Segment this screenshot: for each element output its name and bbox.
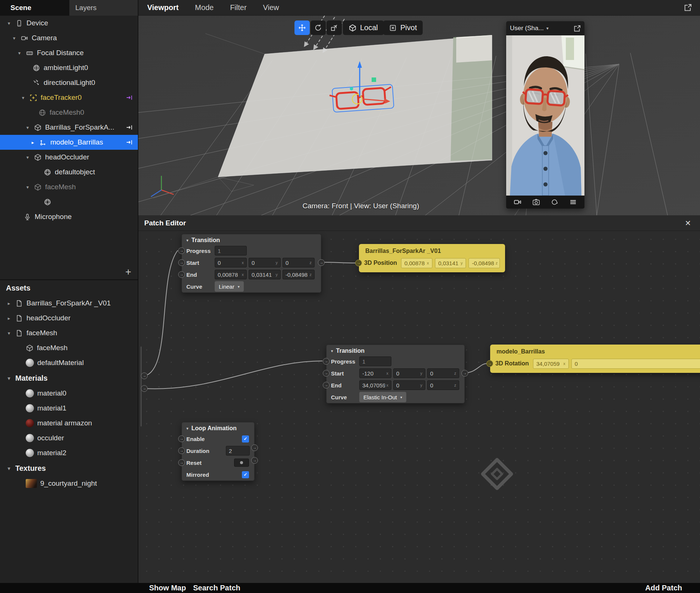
start-x-input[interactable]: -120x	[359, 368, 391, 378]
move-tool-button[interactable]	[294, 20, 310, 35]
start-y-input[interactable]: 0y	[249, 258, 281, 267]
position-in-port[interactable]: →	[355, 260, 362, 266]
3d-viewport[interactable]: Local Pivot Camera: Front | View: User (…	[138, 16, 700, 215]
duration-in-port[interactable]: →	[178, 447, 185, 454]
tab-layers[interactable]: Layers	[69, 0, 138, 16]
end-z-input[interactable]: -0,08498z	[283, 270, 315, 279]
material-item[interactable]: material0	[0, 386, 138, 401]
show-map-button[interactable]: Show Map	[149, 584, 186, 592]
progress-input[interactable]: 1	[359, 356, 391, 366]
sidebar-item-facemesh0[interactable]: faceMesh0	[0, 105, 138, 120]
duration-input[interactable]: 2	[226, 446, 250, 456]
end-x-input[interactable]: 34,07059x	[359, 380, 391, 390]
rotation-x-input[interactable]: 34,07059x	[533, 359, 569, 369]
patch-node-loop-animation[interactable]: ▾ Loop Animation Enable ✓ Duration 2 Res…	[182, 422, 255, 481]
sidebar-item-modelo-barrillas[interactable]: ▸ modelo_Barrillas	[0, 135, 138, 150]
pop-out-viewport-icon[interactable]	[684, 4, 692, 13]
chevron-right-icon[interactable]: ▸	[6, 301, 12, 306]
menu-filter[interactable]: Filter	[230, 3, 246, 12]
rotation-in-port[interactable]: →	[486, 360, 493, 367]
pivot-button[interactable]: Pivot	[383, 20, 423, 35]
start-z-input[interactable]: 0z	[283, 258, 315, 267]
asset-item-defaultmaterial[interactable]: defaultMaterial	[0, 355, 138, 370]
chevron-down-icon[interactable]: ▾	[186, 426, 189, 431]
curve-select[interactable]: Linear▾	[215, 281, 244, 292]
material-item[interactable]: material2	[0, 445, 138, 460]
chevron-down-icon[interactable]: ▾	[25, 155, 31, 160]
restart-simulation-icon[interactable]	[551, 198, 558, 206]
chevron-down-icon[interactable]: ▾	[6, 20, 12, 26]
value-out-port[interactable]: →	[461, 370, 468, 377]
chevron-right-icon[interactable]: ▸	[6, 315, 12, 321]
simulator-device-select[interactable]: User (Sha...	[510, 25, 544, 32]
asset-item-barrillas[interactable]: ▸ Barrillas_ForSparkAr _V01	[0, 296, 138, 311]
patch-node-transition-2[interactable]: ▾ Transition Progress 1 Start -120x 0y 0…	[326, 345, 465, 403]
asset-item-facemesh[interactable]: ▾ faceMesh	[0, 326, 138, 340]
incoming-port[interactable]: →	[141, 372, 148, 379]
asset-item-headoccluder[interactable]: ▸ headOccluder	[0, 311, 138, 326]
sidebar-item-device[interactable]: ▾ Device	[0, 16, 138, 31]
rotate-tool-button[interactable]	[310, 20, 326, 35]
menu-view[interactable]: View	[263, 3, 279, 12]
sidebar-item-facetracker[interactable]: ▾ faceTracker0	[0, 90, 138, 105]
curve-select[interactable]: Elastic In-Out▾	[359, 392, 406, 402]
position-y-input[interactable]: 0,03141y	[435, 258, 466, 268]
search-patch-button[interactable]: Search Patch	[193, 584, 240, 592]
start-in-port[interactable]: →	[178, 259, 185, 266]
reset-in-port[interactable]: →	[178, 459, 185, 466]
tab-scene[interactable]: Scene	[0, 0, 69, 16]
cycle-out-port[interactable]: →	[251, 457, 258, 464]
chevron-down-icon[interactable]: ▾	[25, 125, 31, 130]
texture-item[interactable]: 9_courtyard_night	[0, 476, 138, 491]
video-camera-icon[interactable]	[514, 198, 521, 206]
sidebar-item-barrillas[interactable]: ▾ Barrillas_ForSparkA...	[0, 120, 138, 135]
reset-pulse-button[interactable]	[234, 459, 249, 467]
position-x-input[interactable]: 0,00878x	[401, 258, 432, 268]
progress-input[interactable]: 1	[215, 246, 247, 256]
start-x-input[interactable]: 0x	[215, 258, 247, 267]
end-z-input[interactable]: 0z	[427, 380, 459, 390]
chevron-down-icon[interactable]: ▾	[546, 26, 549, 31]
sidebar-item-directionallight[interactable]: directionalLight0	[0, 75, 138, 90]
material-item[interactable]: material armazon	[0, 416, 138, 431]
value-out-port[interactable]: →	[318, 259, 325, 266]
mirrored-checkbox[interactable]: ✓	[242, 471, 249, 478]
sidebar-item-facemesh-child[interactable]	[0, 194, 138, 209]
capture-photo-icon[interactable]	[532, 198, 540, 206]
textures-header[interactable]: ▾ Textures	[0, 460, 138, 476]
scale-tool-button[interactable]	[327, 20, 342, 35]
incoming-port[interactable]: →	[141, 385, 148, 392]
chevron-down-icon[interactable]: ▾	[6, 375, 12, 381]
menu-viewport[interactable]: Viewport	[147, 3, 179, 12]
patch-node-transition-1[interactable]: ▾ Transition Progress 1 Start 0x 0y 0z	[182, 234, 321, 293]
chevron-down-icon[interactable]: ▾	[331, 349, 333, 353]
sidebar-item-facemesh-group[interactable]: ▾ faceMesh	[0, 180, 138, 194]
end-y-input[interactable]: 0y	[393, 380, 425, 390]
progress-in-port[interactable]: →	[323, 358, 329, 365]
material-item[interactable]: material1	[0, 401, 138, 416]
pop-out-simulator-icon[interactable]	[574, 25, 581, 32]
chevron-down-icon[interactable]: ▾	[20, 95, 26, 101]
end-x-input[interactable]: 0,00878x	[215, 270, 247, 279]
materials-header[interactable]: ▾ Materials	[0, 370, 138, 386]
chevron-down-icon[interactable]: ▾	[25, 184, 31, 190]
close-icon[interactable]: ✕	[685, 219, 694, 228]
progress-out-port[interactable]: →	[251, 444, 258, 451]
chevron-down-icon[interactable]: ▾	[11, 35, 17, 41]
enable-checkbox[interactable]: ✓	[242, 435, 249, 443]
add-object-button[interactable]: +	[125, 267, 131, 277]
rotation-y-input[interactable]: 0y	[571, 359, 700, 369]
asset-item-facemesh-mesh[interactable]: faceMesh	[0, 340, 138, 355]
patch-canvas[interactable]: → → ▾ Transition Progress 1 Start 0x 0y	[138, 231, 700, 583]
sidebar-item-headoccluder[interactable]: ▾ headOccluder	[0, 150, 138, 165]
chevron-down-icon[interactable]: ▾	[16, 50, 22, 56]
end-y-input[interactable]: 0,03141y	[249, 270, 281, 279]
sidebar-item-camera[interactable]: ▾ Camera	[0, 31, 138, 45]
start-in-port[interactable]: →	[323, 370, 329, 377]
patch-node-3d-position[interactable]: Barrillas_ForSparkAr _V01 3D Position 0,…	[359, 244, 505, 272]
position-z-input[interactable]: -0,08498z	[469, 258, 500, 268]
sidebar-item-focal-distance[interactable]: ▾ Focal Distance	[0, 45, 138, 60]
start-y-input[interactable]: 0y	[393, 368, 425, 378]
chevron-down-icon[interactable]: ▾	[6, 330, 12, 336]
menu-mode[interactable]: Mode	[195, 3, 214, 12]
